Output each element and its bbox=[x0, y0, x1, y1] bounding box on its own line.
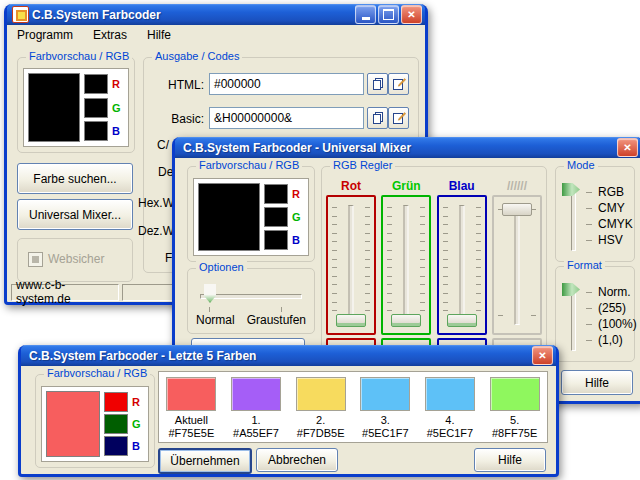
tick-mark bbox=[332, 302, 337, 303]
swatch-name: 1. bbox=[251, 414, 260, 427]
tick-mark bbox=[387, 284, 392, 285]
channel-row: R bbox=[264, 184, 306, 204]
swatch-hex: #F7DB5E bbox=[297, 427, 345, 440]
maximize-button[interactable] bbox=[378, 5, 399, 24]
mixer-close-button[interactable]: ✕ bbox=[617, 138, 638, 157]
level-label: CMY bbox=[598, 201, 625, 215]
mode-group-label: Mode bbox=[564, 159, 598, 171]
tick-mark bbox=[387, 233, 392, 234]
level-option: (255) bbox=[586, 300, 632, 316]
slider-thumb[interactable] bbox=[502, 203, 532, 216]
tick-mark bbox=[387, 276, 392, 277]
tick-mark bbox=[476, 302, 481, 303]
abbrechen-button[interactable]: Abbrechen bbox=[256, 448, 338, 472]
menu-item-extras[interactable]: Extras bbox=[93, 28, 127, 42]
level-label: Norm. bbox=[598, 285, 631, 299]
slider-track[interactable] bbox=[349, 205, 354, 325]
menu-item-programm[interactable]: Programm bbox=[17, 28, 73, 42]
slider-label: Rot bbox=[341, 179, 361, 195]
dezwert-label-fragment: Dez.W bbox=[138, 224, 174, 238]
tick-mark bbox=[365, 241, 370, 242]
tick-mark bbox=[420, 224, 425, 225]
tick-mark bbox=[420, 259, 425, 260]
slider-track[interactable] bbox=[404, 205, 409, 325]
swatch-name: 5. bbox=[510, 414, 519, 427]
close-button[interactable]: ✕ bbox=[401, 5, 422, 24]
copy-html-button[interactable] bbox=[367, 73, 388, 95]
format-slider-thumb[interactable] bbox=[562, 283, 580, 296]
edit-html-button[interactable] bbox=[388, 73, 409, 95]
history-hilfe-button[interactable]: Hilfe bbox=[474, 448, 546, 472]
mixer-preview-group: Farbvorschau / RGB RGB bbox=[187, 166, 315, 262]
channel-label: G bbox=[132, 418, 141, 430]
tick-mark bbox=[476, 259, 481, 260]
main-titlebar[interactable]: C.B.System Farbcoder ✕ bbox=[7, 4, 425, 25]
tick-mark bbox=[443, 293, 448, 294]
tick-mark bbox=[332, 267, 337, 268]
slider-track[interactable] bbox=[514, 205, 519, 325]
copy-icon bbox=[371, 77, 385, 91]
slider-column: Rot bbox=[326, 179, 376, 356]
tick-mark bbox=[443, 302, 448, 303]
menu-item-hilfe[interactable]: Hilfe bbox=[147, 28, 171, 42]
format-slider-track[interactable] bbox=[571, 289, 576, 351]
tick-mark bbox=[443, 259, 448, 260]
channel-row: G bbox=[264, 207, 306, 227]
channel-row: B bbox=[104, 436, 146, 456]
history-close-button[interactable]: ✕ bbox=[532, 346, 553, 365]
tick-mark bbox=[332, 241, 337, 242]
slider-track[interactable] bbox=[459, 205, 464, 325]
mode-slider-thumb[interactable] bbox=[562, 183, 580, 196]
color-swatch[interactable] bbox=[360, 377, 410, 411]
tick-mark bbox=[387, 310, 392, 311]
tick-mark bbox=[365, 259, 370, 260]
tick-mark bbox=[387, 267, 392, 268]
mixer-titlebar[interactable]: C.B.System Farbcoder - Universal Mixer ✕ bbox=[175, 137, 640, 158]
basic-field[interactable]: &H00000000& bbox=[209, 107, 364, 129]
slider-thumb[interactable] bbox=[447, 314, 477, 327]
color-swatch[interactable] bbox=[425, 377, 475, 411]
tick-mark bbox=[420, 250, 425, 251]
optionen-slider-thumb[interactable] bbox=[204, 284, 216, 303]
tick-mark bbox=[476, 293, 481, 294]
color-swatch[interactable] bbox=[296, 377, 346, 411]
swatch-name: Aktuell bbox=[175, 414, 208, 427]
universal-mixer-button[interactable]: Universal Mixer... bbox=[17, 199, 133, 230]
tick-mark bbox=[443, 207, 448, 208]
tick-mark bbox=[365, 293, 370, 294]
history-swatch-cell: 1.#A55EF7 bbox=[227, 377, 285, 442]
edit-basic-button[interactable] bbox=[388, 107, 409, 129]
tick-mark bbox=[476, 250, 481, 251]
history-titlebar[interactable]: C.B.System Farbcoder - Letzte 5 Farben ✕ bbox=[21, 345, 556, 366]
color-swatch[interactable] bbox=[166, 377, 216, 411]
mode-slider-track[interactable] bbox=[571, 189, 576, 251]
slider-thumb[interactable] bbox=[391, 314, 421, 327]
tick-mark bbox=[443, 216, 448, 217]
swatch-hex: #5EC1F7 bbox=[427, 427, 473, 440]
format-group-label: Format bbox=[564, 259, 605, 271]
farbe-suchen-button[interactable]: Farbe suchen... bbox=[17, 163, 133, 194]
tick-mark bbox=[420, 293, 425, 294]
mixer-window-title: C.B.System Farbcoder - Universal Mixer bbox=[180, 141, 615, 155]
color-swatch[interactable] bbox=[231, 377, 281, 411]
slider-thumb[interactable] bbox=[336, 314, 366, 327]
swatch-hex: #A55EF7 bbox=[233, 427, 279, 440]
tick-mark bbox=[387, 241, 392, 242]
level-option: RGB bbox=[586, 184, 632, 200]
tick-mark bbox=[387, 207, 392, 208]
channel-row: G bbox=[84, 98, 126, 118]
mixer-hilfe-button[interactable]: Hilfe bbox=[561, 370, 633, 395]
slider-box bbox=[437, 195, 487, 335]
tick-mark bbox=[420, 276, 425, 277]
slider-label: Blau bbox=[449, 179, 475, 195]
uebernehmen-button[interactable]: Übernehmen bbox=[158, 448, 252, 474]
tick-mark bbox=[476, 310, 481, 311]
copy-basic-button[interactable] bbox=[367, 107, 388, 129]
tick-mark bbox=[387, 293, 392, 294]
websicher-checkbox[interactable] bbox=[28, 252, 43, 267]
channel-level-swatch bbox=[104, 414, 128, 434]
color-swatch[interactable] bbox=[490, 377, 540, 411]
minimize-button[interactable] bbox=[355, 5, 376, 24]
minimize-icon bbox=[362, 17, 370, 20]
html-field[interactable]: #000000 bbox=[209, 73, 364, 95]
